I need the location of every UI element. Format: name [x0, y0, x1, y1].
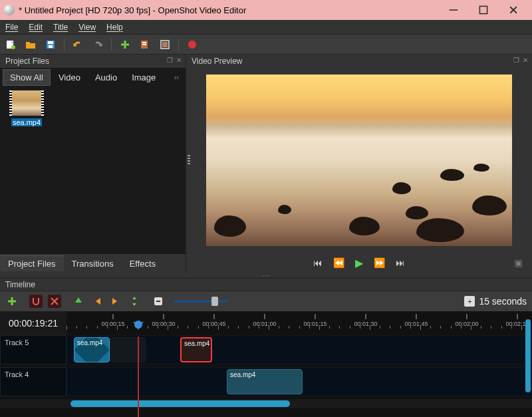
next-marker-button[interactable] — [109, 295, 122, 308]
center-playhead-button[interactable] — [128, 295, 141, 308]
jump-end-button[interactable]: ⏭ — [396, 257, 405, 268]
playhead[interactable] — [133, 322, 144, 330]
fast-forward-button[interactable]: ⏩ — [374, 257, 385, 268]
razor-button[interactable] — [48, 295, 61, 308]
close-button[interactable] — [498, 0, 528, 20]
video-preview-area[interactable] — [186, 68, 532, 253]
clip-selected[interactable]: sea.mp4 — [74, 337, 110, 362]
menu-title[interactable]: Title — [48, 20, 73, 34]
clip[interactable]: sea.mp4 — [227, 369, 303, 394]
export-video-button[interactable] — [186, 38, 199, 51]
redo-button[interactable] — [91, 38, 104, 51]
timeline-vertical-scroll-thumb[interactable] — [525, 319, 531, 392]
track-row-4: Track 4 sea.mp4 — [0, 367, 532, 396]
track-4-header[interactable]: Track 4 — [0, 367, 66, 396]
menu-view[interactable]: View — [73, 20, 101, 34]
choose-profile-button[interactable] — [138, 38, 152, 51]
clip-ghost[interactable] — [110, 337, 146, 362]
zoom-duration-label: 15 seconds — [479, 296, 527, 307]
track-5-body[interactable]: sea.mp4 sea.mp4 — [66, 335, 532, 364]
timeline-scroll-thumb[interactable] — [70, 400, 290, 407]
panel-undock-icon[interactable]: ❐ — [166, 56, 174, 64]
snapshot-icon[interactable]: ▣ — [514, 257, 523, 268]
project-files-header: Project Files ❐ ✕ — [0, 55, 186, 68]
play-button[interactable]: ▶ — [355, 257, 363, 269]
new-project-button[interactable] — [4, 38, 17, 51]
menu-help[interactable]: Help — [101, 20, 128, 34]
preview-content — [473, 164, 489, 172]
svg-rect-8 — [142, 44, 146, 45]
timeline-ruler[interactable]: 00:00:15 00:00:30 00:00:45 00:01:00 00:0… — [66, 311, 532, 335]
snap-button[interactable] — [29, 295, 43, 308]
menu-help-label: Help — [106, 23, 123, 32]
filter-more-icon[interactable]: ›› — [174, 73, 179, 81]
jump-start-button[interactable]: ⏮ — [313, 257, 323, 268]
titlebar[interactable]: * Untitled Project [HD 720p 30 fps] - Op… — [0, 0, 532, 20]
preview-content — [406, 206, 428, 219]
file-filter-tabs: Show All Video Audio Image ›› — [0, 68, 186, 86]
project-files-title: Project Files — [5, 57, 49, 66]
file-item[interactable]: sea.mp4 — [4, 90, 49, 126]
zoom-slider[interactable] — [174, 300, 227, 303]
open-project-button[interactable] — [24, 38, 37, 51]
playhead-handle-icon[interactable] — [134, 321, 142, 329]
filter-show-all[interactable]: Show All — [3, 69, 51, 86]
timeline-scrollbar[interactable] — [0, 399, 532, 408]
menu-edit[interactable]: Edit — [23, 20, 48, 34]
maximize-button[interactable] — [468, 0, 498, 20]
panel-resize-grip-icon[interactable] — [188, 155, 190, 166]
add-track-button[interactable] — [5, 295, 19, 308]
zoom-slider-handle[interactable] — [211, 297, 218, 306]
window-title: * Untitled Project [HD 720p 30 fps] - Op… — [19, 5, 438, 15]
filter-audio[interactable]: Audio — [88, 70, 124, 85]
tab-project-files[interactable]: Project Files — [0, 255, 64, 271]
app-logo-icon — [4, 5, 15, 15]
timeline-toolbar: + 15 seconds — [0, 291, 532, 311]
menu-edit-label: Edit — [29, 23, 43, 32]
track-4-body[interactable]: sea.mp4 — [66, 367, 532, 396]
tab-effects[interactable]: Effects — [122, 256, 164, 271]
undo-button[interactable] — [71, 38, 84, 51]
timeline-ruler-row: 00:00:19:21 00:00:15 00:00:30 00:00:45 0… — [0, 311, 532, 335]
minimize-button[interactable] — [438, 0, 468, 20]
save-project-button[interactable] — [44, 38, 57, 51]
svg-rect-0 — [479, 6, 487, 13]
dock-separator-icon[interactable]: ⋯⋯ — [0, 273, 532, 278]
svg-rect-10 — [162, 42, 168, 47]
preview-undock-icon[interactable]: ❐ — [512, 56, 520, 64]
filter-video[interactable]: Video — [52, 70, 87, 85]
video-preview-frame — [206, 74, 512, 246]
track-row-5: Track 5 sea.mp4 sea.mp4 — [0, 335, 532, 364]
add-marker-button[interactable] — [72, 295, 85, 308]
clip-label: sea.mp4 — [184, 340, 209, 347]
left-panel-tabs: Project Files Transitions Effects — [0, 254, 186, 273]
toolbar-sep-3 — [178, 39, 179, 51]
svg-point-2 — [11, 45, 15, 49]
timecode-display[interactable]: 00:00:19:21 — [0, 311, 66, 335]
preview-content — [214, 215, 246, 237]
video-preview-header: Video Preview ❐ ✕ — [186, 55, 532, 68]
import-files-button[interactable] — [118, 38, 132, 51]
filter-image[interactable]: Image — [125, 70, 162, 85]
fullscreen-button[interactable] — [158, 38, 172, 51]
clip-label: sea.mp4 — [77, 339, 102, 347]
preview-content — [472, 196, 507, 215]
zoom-tool-icon[interactable] — [152, 295, 165, 308]
rewind-button[interactable]: ⏪ — [333, 257, 344, 268]
previous-marker-button[interactable] — [90, 295, 104, 308]
preview-content — [349, 217, 380, 235]
preview-close-icon[interactable]: ✕ — [521, 56, 529, 64]
panel-close-icon[interactable]: ✕ — [175, 56, 183, 64]
track-5-header[interactable]: Track 5 — [0, 335, 66, 364]
timeline-panel-header: Timeline — [0, 278, 532, 291]
toolbar-sep-1 — [64, 39, 65, 51]
tab-transitions[interactable]: Transitions — [64, 256, 122, 271]
menu-file-label: File — [5, 23, 18, 32]
clip-label: sea.mp4 — [230, 371, 255, 378]
toolbar-sep-2 — [111, 39, 112, 51]
zoom-in-icon[interactable]: + — [464, 296, 475, 307]
project-files-grid[interactable]: sea.mp4 — [0, 86, 186, 254]
svg-rect-7 — [142, 42, 146, 43]
clip-selected-red[interactable]: sea.mp4 — [180, 337, 212, 362]
menu-file[interactable]: File — [0, 20, 23, 34]
